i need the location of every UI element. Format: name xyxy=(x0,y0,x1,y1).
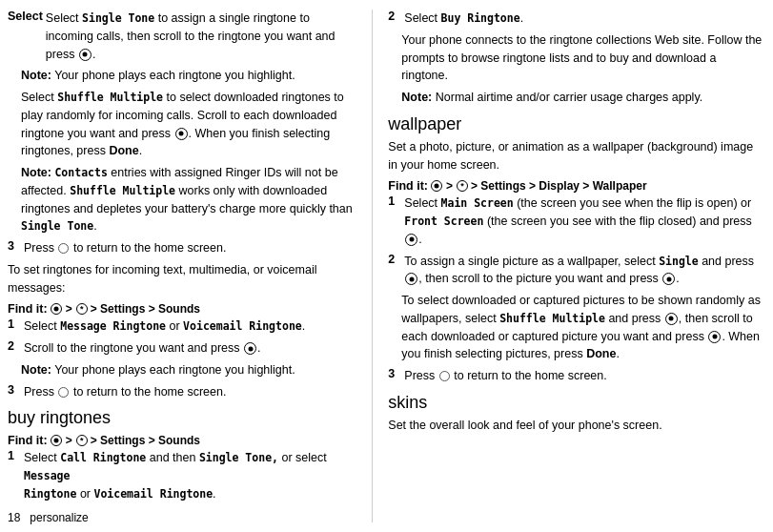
find-it-1: Find it: > > Settings > Sounds xyxy=(8,302,356,316)
step-2b-text: Select Buy Ringtone. xyxy=(404,10,765,28)
step-3-text: Press to return to the home screen. xyxy=(24,239,356,257)
wallpaper-text: Set a photo, picture, or animation as a … xyxy=(388,138,765,174)
note-3-label: Note: xyxy=(21,166,51,179)
find-it-2-label: Find it: xyxy=(8,434,48,447)
step-1b-number: 1 xyxy=(8,449,21,462)
buy-ringtones-heading: buy ringtones xyxy=(8,408,356,428)
note-1: Note: Your phone plays each ringtone you… xyxy=(21,67,356,85)
single-label: Single xyxy=(659,255,699,268)
menu-icon-2 xyxy=(51,435,62,446)
gt-3: > xyxy=(446,179,453,193)
step-1a-number: 1 xyxy=(8,317,21,331)
step-2-ringtone: Select Select Single Tone to assign a si… xyxy=(8,10,356,63)
step-1a-text: Select Message Ringtone or Voicemail Rin… xyxy=(24,317,356,336)
note-4: Note: Your phone plays each ringtone you… xyxy=(21,361,356,379)
select-button-icon-3 xyxy=(244,342,256,355)
select-button-icon-2 xyxy=(175,128,188,140)
step-1c-number: 1 xyxy=(388,194,401,208)
contacts-label: Contacts xyxy=(54,166,107,179)
wallpaper-heading: wallpaper xyxy=(388,114,765,134)
message-label: Message xyxy=(24,469,70,482)
select-button-icon-4 xyxy=(405,234,417,246)
page-section: personalize xyxy=(30,511,88,524)
step-3b-number: 3 xyxy=(388,367,401,380)
find-it-2-path: > Settings > Sounds xyxy=(91,434,200,447)
step-3a: 3 Press to return to the home screen. xyxy=(8,383,356,401)
back-button-icon-3 xyxy=(439,371,450,381)
note-1-text: Your phone plays each ringtone you highl… xyxy=(54,69,295,82)
skins-heading: skins xyxy=(388,393,765,413)
single-tone-label: Single Tone xyxy=(82,11,154,25)
gt-2: > xyxy=(66,434,72,447)
step-2b-number: 2 xyxy=(388,10,401,23)
skins-text: Set the overall look and feel of your ph… xyxy=(388,417,765,435)
step-2a-text: Scroll to the ringtone you want and pres… xyxy=(24,339,356,358)
back-button-icon-2 xyxy=(58,387,69,398)
find-it-1-path: > Settings > Sounds xyxy=(91,302,200,316)
single-tone-label-3: Single Tone, xyxy=(199,451,278,464)
settings-icon-2 xyxy=(76,435,88,446)
step-3: 3 Press to return to the home screen. xyxy=(8,239,356,257)
note-contacts: Note: Contacts entries with assigned Rin… xyxy=(21,164,356,235)
step-1a: 1 Select Message Ringtone or Voicemail R… xyxy=(8,317,356,336)
buy-ringtone-para: Your phone connects to the ringtone coll… xyxy=(401,31,765,85)
shuffle-intro: Select xyxy=(21,91,54,104)
buy-ringtone-label: Buy Ringtone xyxy=(441,11,520,25)
find-it-3: Find it: > > Settings > Display > Wallpa… xyxy=(388,179,765,193)
step-3a-number: 3 xyxy=(8,383,21,397)
step-1c-text: Select Main Screen (the screen you see w… xyxy=(404,194,765,248)
step-1b-text: Select Call Ringtone and then Single Ton… xyxy=(24,449,356,502)
step-2b: 2 Select Buy Ringtone. xyxy=(388,10,765,28)
note-4-label: Note: xyxy=(21,363,51,377)
voicemail-ringtone-label: Voicemail Ringtone xyxy=(183,319,302,333)
front-screen-label: Front Screen xyxy=(404,215,483,228)
shuffle-multiple-label-3: Shuffle Multiple xyxy=(499,312,605,325)
done-label: Done xyxy=(109,144,138,157)
find-it-1-label: Find it: xyxy=(8,302,48,316)
note-5-label: Note: xyxy=(401,91,432,104)
select-button-icon xyxy=(79,49,92,61)
note-1-label: Note: xyxy=(21,69,51,82)
step-2c: 2 To assign a single picture as a wallpa… xyxy=(388,253,765,289)
select-button-icon-6 xyxy=(662,273,675,285)
gt-1: > xyxy=(66,302,72,316)
step-2c-number: 2 xyxy=(388,253,401,266)
step-1b: 1 Select Call Ringtone and then Single T… xyxy=(8,449,356,502)
step-2a: 2 Scroll to the ringtone you want and pr… xyxy=(8,339,356,358)
note-5: Note: Normal airtime and/or carrier usag… xyxy=(401,89,765,107)
incoming-text: To set ringtones for incoming text, mult… xyxy=(8,261,356,297)
step-2-text: Select Single Tone to assign a single ri… xyxy=(46,10,356,63)
find-it-2: Find it: > > Settings > Sounds xyxy=(8,434,356,447)
step-2-number: Select xyxy=(8,10,43,23)
shuffle-multiple-label: Shuffle Multiple xyxy=(57,91,163,104)
step-2c-text: To assign a single picture as a wallpape… xyxy=(404,253,765,289)
note-4-text: Your phone plays each ringtone you highl… xyxy=(54,363,295,377)
shuffle-multiple-label-2: Shuffle Multiple xyxy=(70,184,175,197)
note-5-text: Normal airtime and/or carrier usage char… xyxy=(436,91,702,104)
settings-icon-3 xyxy=(457,180,468,192)
voicemail-ringtone-label-2: Voicemail Ringtone xyxy=(93,487,213,501)
done-label-2: Done xyxy=(586,347,616,360)
settings-icon-1 xyxy=(76,303,88,315)
step-3b: 3 Press to return to the home screen. xyxy=(388,367,765,385)
select-button-icon-7 xyxy=(665,313,678,325)
step-3b-text: Press to return to the home screen. xyxy=(404,367,765,385)
select-button-icon-5 xyxy=(405,273,417,285)
single-tone-label-2: Single Tone xyxy=(21,219,93,233)
step-1c: 1 Select Main Screen (the screen you see… xyxy=(388,194,765,248)
step-3a-text: Press to return to the home screen. xyxy=(24,383,356,401)
select-button-icon-8 xyxy=(708,331,721,343)
menu-icon-1 xyxy=(51,303,62,315)
find-it-3-label: Find it: xyxy=(388,179,428,193)
call-ringtone-label: Call Ringtone xyxy=(60,451,146,464)
step-3-number: 3 xyxy=(8,239,21,253)
right-column: 2 Select Buy Ringtone. Your phone connec… xyxy=(372,10,765,522)
ringtone-label: Ringtone xyxy=(24,487,76,501)
page-footer: 18 personalize xyxy=(8,511,356,524)
step-2c-para: To select downloaded or captured picture… xyxy=(401,292,765,363)
find-it-3-path: > Settings > Display > Wallpaper xyxy=(471,179,647,193)
main-screen-label: Main Screen xyxy=(441,196,514,210)
note-shuffle: Select Shuffle Multiple to select downlo… xyxy=(21,89,356,160)
step-2a-number: 2 xyxy=(8,339,21,353)
message-ringtone-label: Message Ringtone xyxy=(60,319,166,333)
